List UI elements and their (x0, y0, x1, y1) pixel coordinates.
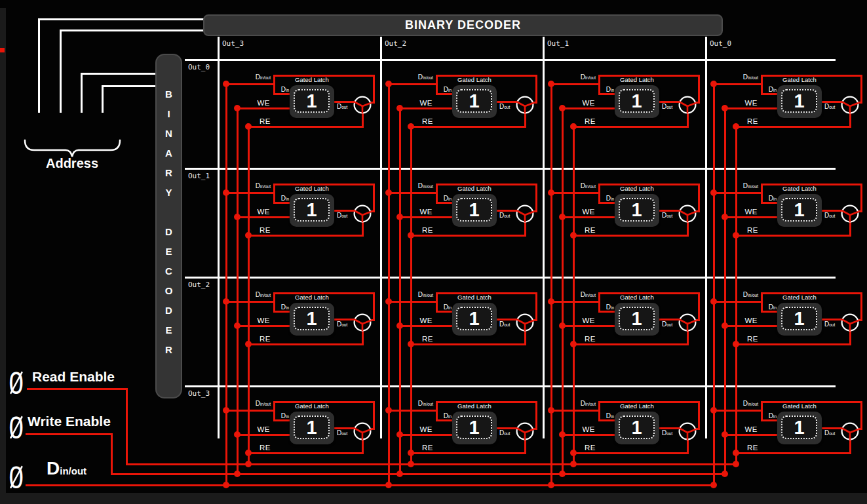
re-junction-dot (245, 450, 252, 456)
latch-value[interactable]: 1 (794, 308, 804, 330)
dinout-label: Din/out (728, 73, 758, 81)
gated-latch-title: Gated Latch (449, 294, 500, 301)
latch-value-frame: 1 (456, 89, 492, 113)
cell-wire (562, 325, 615, 327)
din-label: Din (437, 303, 452, 311)
gated-latch-title: Gated Latch (286, 76, 337, 83)
latch-value-frame: 1 (456, 198, 492, 222)
cell-wire (736, 452, 850, 454)
latch-value[interactable]: 1 (306, 90, 317, 112)
din-label: Din (600, 412, 614, 419)
we-label: WE (252, 99, 270, 107)
tristate-buffer-icon (353, 421, 372, 441)
dinout-label: Din/out (403, 182, 433, 189)
latch-value-frame: 1 (619, 416, 655, 439)
cell-wire (535, 401, 537, 430)
tristate-buffer-icon (678, 421, 697, 441)
latch-value[interactable]: 1 (631, 90, 642, 112)
latch-value-frame: 1 (781, 416, 817, 439)
we-junction-dot (396, 431, 403, 438)
dinout-junction-dot (710, 407, 717, 414)
latch-value[interactable]: 1 (794, 417, 804, 438)
cell-wire (551, 410, 599, 412)
latch-value[interactable]: 1 (469, 417, 479, 438)
re-label: RE (417, 444, 433, 452)
cell-wire (562, 434, 615, 436)
latch-value-frame: 1 (781, 198, 817, 222)
latch-value[interactable]: 1 (631, 308, 642, 330)
cell-wire (362, 222, 364, 237)
we-junction-dot (722, 105, 728, 111)
cell-wire (736, 126, 850, 128)
re-label: RE (255, 335, 271, 343)
re-label: RE (742, 335, 758, 343)
memory-cell: Din/out Din WE RE Dout Gated Latch 1 (706, 168, 867, 277)
gated-latch-title: Gated Latch (286, 185, 337, 192)
latch-value[interactable]: 1 (306, 308, 317, 330)
tristate-buffer-icon (840, 421, 860, 441)
cell-wire (248, 235, 362, 237)
we-junction-dot (722, 431, 728, 438)
re-label: RE (417, 226, 433, 234)
latch-value[interactable]: 1 (794, 90, 804, 112)
dout-label: Dout (499, 212, 510, 219)
cell-wire (562, 216, 615, 218)
cell-wire (698, 292, 700, 321)
tristate-buffer-icon (678, 313, 697, 332)
latch-value[interactable]: 1 (631, 417, 642, 438)
tristate-buffer-icon (353, 95, 372, 115)
dout-label: Dout (662, 429, 672, 436)
we-junction-dot (559, 322, 566, 329)
latch-value[interactable]: 1 (469, 308, 479, 330)
re-label: RE (580, 444, 596, 452)
tristate-buffer-icon (515, 421, 535, 441)
we-junction-dot (234, 105, 241, 111)
cell-wire (362, 440, 364, 454)
memory-cell: Din/out Din WE RE Dout Gated Latch 1 (381, 60, 543, 168)
din-label: Din (275, 303, 289, 311)
latch-value[interactable]: 1 (306, 417, 317, 438)
cell-wire (573, 452, 687, 454)
tristate-buffer-icon (840, 95, 860, 115)
gated-latch-box: 1 (777, 303, 822, 336)
gated-latch-box: 1 (290, 194, 334, 227)
cell-wire (687, 113, 689, 128)
cell-wire (860, 292, 862, 321)
gated-latch-box: 1 (452, 303, 497, 336)
dinout-label: Din/out (241, 291, 271, 298)
gated-latch-box: 1 (452, 412, 497, 444)
latch-value[interactable]: 1 (631, 199, 642, 221)
latch-value[interactable]: 1 (469, 199, 479, 221)
din-label: Din (600, 303, 614, 311)
re-junction-dot (408, 232, 414, 239)
dinout-label: Din/out (241, 73, 271, 81)
cell-wire (411, 235, 525, 237)
re-label: RE (255, 117, 271, 125)
latch-value[interactable]: 1 (794, 199, 804, 221)
din-label: Din (762, 303, 777, 311)
we-junction-dot (559, 105, 566, 111)
cell-wire (400, 107, 452, 109)
latch-value-frame: 1 (294, 416, 330, 439)
cell-wire (226, 301, 274, 303)
cell-wire (736, 343, 850, 345)
latch-value-frame: 1 (294, 89, 330, 113)
we-label: WE (740, 208, 758, 216)
latch-value[interactable]: 1 (469, 90, 479, 112)
we-label: WE (740, 317, 758, 324)
dinout-label: Din/out (403, 291, 433, 298)
we-label: WE (415, 208, 433, 216)
dinout-label: Din/out (241, 400, 271, 407)
latch-value-frame: 1 (294, 198, 330, 222)
din-label: Din (275, 86, 289, 93)
dout-label: Dout (337, 429, 347, 436)
cell-wire (237, 107, 290, 109)
tristate-buffer-icon (353, 204, 372, 223)
latch-value[interactable]: 1 (306, 199, 317, 221)
cell-wire (411, 343, 525, 345)
dinout-label: Din/out (241, 182, 271, 189)
latch-value-frame: 1 (456, 307, 492, 330)
dinout-label: Din/out (728, 291, 758, 298)
re-junction-dot (733, 232, 739, 239)
gated-latch-title: Gated Latch (611, 185, 663, 192)
